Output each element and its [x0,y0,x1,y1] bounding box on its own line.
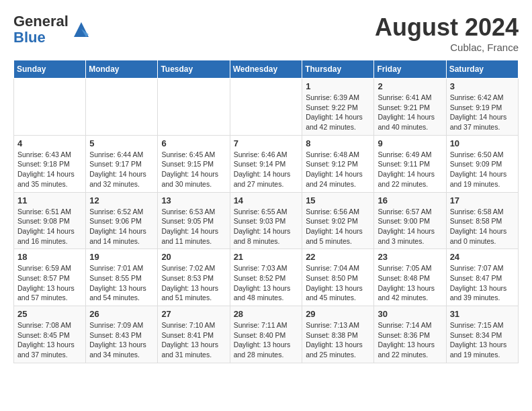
day-number: 12 [89,195,154,205]
day-number: 3 [450,81,515,91]
calendar-cell: 27Sunrise: 7:10 AMSunset: 8:41 PMDayligh… [158,306,230,363]
day-info: Sunrise: 7:01 AMSunset: 8:55 PMDaylight:… [89,263,154,303]
calendar-cell: 24Sunrise: 7:07 AMSunset: 8:47 PMDayligh… [446,249,518,306]
header-day-friday: Friday [374,60,446,79]
day-number: 6 [161,138,226,148]
day-info: Sunrise: 6:51 AMSunset: 9:08 PMDaylight:… [17,207,82,246]
calendar-cell: 4Sunrise: 6:43 AMSunset: 9:18 PMDaylight… [14,135,86,192]
calendar-body: 1Sunrise: 6:39 AMSunset: 9:22 PMDaylight… [14,79,519,363]
day-number: 2 [378,81,442,91]
calendar-cell: 28Sunrise: 7:11 AMSunset: 8:40 PMDayligh… [230,306,302,363]
location: Cublac, France [375,42,519,53]
header-day-wednesday: Wednesday [230,60,302,79]
day-number: 22 [306,252,370,262]
calendar-cell: 31Sunrise: 7:15 AMSunset: 8:34 PMDayligh… [446,306,518,363]
header-day-saturday: Saturday [446,60,518,79]
day-info: Sunrise: 6:41 AMSunset: 9:21 PMDaylight:… [378,93,442,132]
day-info: Sunrise: 7:03 AMSunset: 8:52 PMDaylight:… [234,263,299,303]
day-number: 17 [450,195,515,205]
calendar-cell: 19Sunrise: 7:01 AMSunset: 8:55 PMDayligh… [86,249,158,306]
day-info: Sunrise: 7:14 AMSunset: 8:36 PMDaylight:… [378,320,442,360]
day-number: 16 [378,195,442,205]
calendar-cell: 15Sunrise: 6:56 AMSunset: 9:02 PMDayligh… [302,192,374,249]
day-number: 20 [161,252,226,262]
day-number: 30 [378,309,442,319]
day-number: 29 [306,309,370,319]
calendar-cell: 9Sunrise: 6:49 AMSunset: 9:11 PMDaylight… [374,135,446,192]
calendar-cell: 10Sunrise: 6:50 AMSunset: 9:09 PMDayligh… [446,135,518,192]
calendar-table: SundayMondayTuesdayWednesdayThursdayFrid… [13,60,519,363]
day-info: Sunrise: 6:58 AMSunset: 8:58 PMDaylight:… [450,207,515,246]
day-number: 9 [378,138,442,148]
calendar-cell: 8Sunrise: 6:48 AMSunset: 9:12 PMDaylight… [302,135,374,192]
week-row-2: 4Sunrise: 6:43 AMSunset: 9:18 PMDaylight… [14,135,519,192]
calendar-cell: 22Sunrise: 7:04 AMSunset: 8:50 PMDayligh… [302,249,374,306]
calendar-cell: 12Sunrise: 6:52 AMSunset: 9:06 PMDayligh… [86,192,158,249]
day-info: Sunrise: 6:52 AMSunset: 9:06 PMDaylight:… [89,207,154,246]
day-info: Sunrise: 7:09 AMSunset: 8:43 PMDaylight:… [89,320,154,360]
day-info: Sunrise: 7:08 AMSunset: 8:45 PMDaylight:… [17,320,82,360]
calendar-cell: 20Sunrise: 7:02 AMSunset: 8:53 PMDayligh… [158,249,230,306]
day-number: 15 [306,195,370,205]
day-info: Sunrise: 7:05 AMSunset: 8:48 PMDaylight:… [378,263,442,303]
calendar-cell: 18Sunrise: 6:59 AMSunset: 8:57 PMDayligh… [14,249,86,306]
logo: General Blue [13,13,91,46]
calendar-cell [230,79,302,136]
day-info: Sunrise: 6:57 AMSunset: 9:00 PMDaylight:… [378,207,442,246]
header-day-sunday: Sunday [14,60,86,79]
day-info: Sunrise: 6:42 AMSunset: 9:19 PMDaylight:… [450,93,515,132]
day-info: Sunrise: 7:04 AMSunset: 8:50 PMDaylight:… [306,263,370,303]
day-number: 19 [89,252,154,262]
calendar-cell: 26Sunrise: 7:09 AMSunset: 8:43 PMDayligh… [86,306,158,363]
day-info: Sunrise: 6:44 AMSunset: 9:17 PMDaylight:… [89,150,154,189]
day-info: Sunrise: 7:02 AMSunset: 8:53 PMDaylight:… [161,263,226,303]
header-row: SundayMondayTuesdayWednesdayThursdayFrid… [14,60,519,79]
day-number: 13 [161,195,226,205]
logo-blue: Blue [13,29,46,46]
month-year: August 2024 [375,13,519,42]
logo-text: General Blue [13,13,69,46]
day-number: 31 [450,309,515,319]
day-number: 14 [234,195,299,205]
calendar-cell [158,79,230,136]
day-info: Sunrise: 6:46 AMSunset: 9:14 PMDaylight:… [234,150,299,189]
day-info: Sunrise: 7:15 AMSunset: 8:34 PMDaylight:… [450,320,515,360]
calendar-cell: 23Sunrise: 7:05 AMSunset: 8:48 PMDayligh… [374,249,446,306]
day-info: Sunrise: 6:43 AMSunset: 9:18 PMDaylight:… [17,150,82,189]
header-day-thursday: Thursday [302,60,374,79]
calendar-cell: 1Sunrise: 6:39 AMSunset: 9:22 PMDaylight… [302,79,374,136]
day-info: Sunrise: 6:48 AMSunset: 9:12 PMDaylight:… [306,150,370,189]
calendar-cell: 5Sunrise: 6:44 AMSunset: 9:17 PMDaylight… [86,135,158,192]
logo-icon [71,19,91,40]
day-number: 18 [17,252,82,262]
day-info: Sunrise: 6:56 AMSunset: 9:02 PMDaylight:… [306,207,370,246]
day-info: Sunrise: 6:53 AMSunset: 9:05 PMDaylight:… [161,207,226,246]
week-row-4: 18Sunrise: 6:59 AMSunset: 8:57 PMDayligh… [14,249,519,306]
calendar-cell: 11Sunrise: 6:51 AMSunset: 9:08 PMDayligh… [14,192,86,249]
week-row-5: 25Sunrise: 7:08 AMSunset: 8:45 PMDayligh… [14,306,519,363]
calendar-cell: 21Sunrise: 7:03 AMSunset: 8:52 PMDayligh… [230,249,302,306]
calendar-cell: 16Sunrise: 6:57 AMSunset: 9:00 PMDayligh… [374,192,446,249]
day-info: Sunrise: 7:11 AMSunset: 8:40 PMDaylight:… [234,320,299,360]
day-number: 27 [161,309,226,319]
day-number: 26 [89,309,154,319]
day-info: Sunrise: 6:50 AMSunset: 9:09 PMDaylight:… [450,150,515,189]
day-number: 11 [17,195,82,205]
day-number: 28 [234,309,299,319]
day-info: Sunrise: 6:45 AMSunset: 9:15 PMDaylight:… [161,150,226,189]
calendar-cell [86,79,158,136]
day-number: 25 [17,309,82,319]
day-info: Sunrise: 7:13 AMSunset: 8:38 PMDaylight:… [306,320,370,360]
day-info: Sunrise: 7:07 AMSunset: 8:47 PMDaylight:… [450,263,515,303]
day-info: Sunrise: 6:55 AMSunset: 9:03 PMDaylight:… [234,207,299,246]
day-info: Sunrise: 7:10 AMSunset: 8:41 PMDaylight:… [161,320,226,360]
day-number: 21 [234,252,299,262]
calendar-cell: 7Sunrise: 6:46 AMSunset: 9:14 PMDaylight… [230,135,302,192]
day-number: 8 [306,138,370,148]
title-block: August 2024 Cublac, France [375,13,519,53]
logo-general: General [13,13,69,30]
calendar-cell: 13Sunrise: 6:53 AMSunset: 9:05 PMDayligh… [158,192,230,249]
day-info: Sunrise: 6:49 AMSunset: 9:11 PMDaylight:… [378,150,442,189]
week-row-1: 1Sunrise: 6:39 AMSunset: 9:22 PMDaylight… [14,79,519,136]
day-number: 5 [89,138,154,148]
